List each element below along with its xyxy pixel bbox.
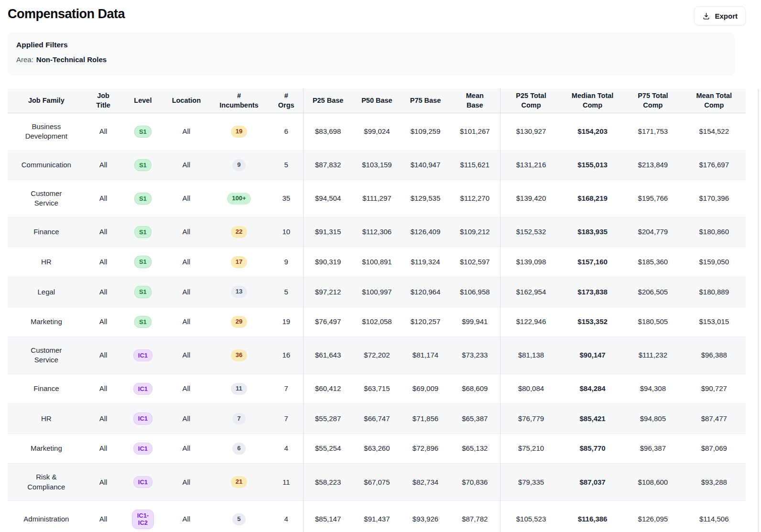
cell-incumbents: 13 xyxy=(208,277,269,307)
cell-mean_base: $102,597 xyxy=(450,247,500,277)
incumbent-count-badge: 19 xyxy=(231,126,247,138)
cell-value: All xyxy=(183,444,191,452)
cell-value: All xyxy=(183,317,191,326)
cell-p25_base: $87,832 xyxy=(303,150,352,180)
filter-area-value: Non-Technical Roles xyxy=(36,55,107,64)
cell-job_title: All xyxy=(85,113,122,151)
column-header-p25_base: P25 Base xyxy=(303,88,352,113)
table-row: Customer ServiceAllS1All100+35$94,504$11… xyxy=(8,180,746,217)
cell-value: $114,506 xyxy=(699,515,728,523)
cell-p25_total: $131,216 xyxy=(500,150,562,180)
column-header-p75_base: P75 Base xyxy=(401,88,449,113)
cell-value: $153,015 xyxy=(699,317,729,326)
cell-value: $65,132 xyxy=(462,444,488,452)
cell-job_title: All xyxy=(85,434,122,464)
vertical-scrollbar[interactable] xyxy=(758,89,759,532)
cell-orgs: 11 xyxy=(270,464,304,501)
incumbent-count-badge: 21 xyxy=(231,476,247,488)
cell-value: All xyxy=(99,288,108,296)
cell-incumbents: 6 xyxy=(208,434,269,464)
level-pill: S1 xyxy=(134,286,152,298)
cell-median_total: $90,147 xyxy=(562,337,623,374)
cell-value: $139,420 xyxy=(516,194,546,202)
cell-p75_total: $195,766 xyxy=(623,180,682,217)
cell-value: $115,621 xyxy=(460,161,489,169)
cell-location: All xyxy=(164,150,208,180)
cell-value: $130,927 xyxy=(516,127,546,135)
cell-p75_base: $129,535 xyxy=(401,180,449,217)
job-family-label: Finance xyxy=(33,227,59,237)
cell-p50_base: $63,260 xyxy=(352,434,401,464)
cell-p25_total: $162,954 xyxy=(500,277,562,307)
table-row: Customer ServiceAllIC1All3616$61,643$72,… xyxy=(8,337,746,374)
level-pill: IC1 xyxy=(133,476,152,489)
cell-p75_total: $185,360 xyxy=(623,247,682,277)
cell-level: S1 xyxy=(121,217,164,247)
cell-value: $195,766 xyxy=(638,194,668,202)
cell-value: 4 xyxy=(284,444,288,452)
cell-value: All xyxy=(183,161,191,169)
cell-p75_base: $109,259 xyxy=(401,113,449,151)
cell-median_total: $154,203 xyxy=(562,113,623,151)
cell-value: $69,009 xyxy=(413,384,438,392)
cell-location: All xyxy=(164,374,208,404)
cell-value: 5 xyxy=(284,288,288,296)
cell-median_total: $116,386 xyxy=(562,500,623,532)
cell-value: $102,597 xyxy=(460,258,490,266)
cell-job_title: All xyxy=(85,180,122,217)
job-family-label: Finance xyxy=(33,384,59,393)
cell-value: All xyxy=(183,414,191,423)
cell-mean_total: $180,860 xyxy=(683,217,746,247)
table-row: FinanceAllIC1All117$60,412$63,715$69,009… xyxy=(8,374,746,404)
cell-p50_base: $67,075 xyxy=(352,464,401,501)
cell-mean_total: $154,522 xyxy=(683,113,746,151)
cell-p50_base: $66,747 xyxy=(352,404,401,434)
cell-value: All xyxy=(99,478,108,486)
column-header-label: Mean Total Comp xyxy=(696,91,732,110)
cell-value: $206,505 xyxy=(638,288,668,296)
cell-median_total: $155,013 xyxy=(562,150,623,180)
cell-level: IC1 xyxy=(121,464,164,501)
column-header-label: Median Total Comp xyxy=(572,91,614,110)
cell-median_total: $153,352 xyxy=(562,307,623,337)
job-family-label: Customer Service xyxy=(20,189,73,208)
job-family-label: Administration xyxy=(23,514,69,524)
cell-value: $91,315 xyxy=(315,228,341,236)
cell-p75_base: $71,856 xyxy=(401,404,449,434)
cell-job_family: Administration xyxy=(8,500,85,532)
column-header-label: P50 Base xyxy=(361,96,392,106)
cell-p25_base: $61,643 xyxy=(303,337,352,374)
table-row: FinanceAllS1All2210$91,315$112,306$126,4… xyxy=(8,217,746,247)
cell-mean_total: $90,727 xyxy=(683,374,746,404)
cell-value: $81,138 xyxy=(518,351,544,359)
cell-orgs: 7 xyxy=(270,404,304,434)
cell-p75_base: $82,734 xyxy=(401,464,449,501)
column-header-label: P25 Total Comp xyxy=(516,91,546,110)
cell-value: $55,287 xyxy=(315,414,341,423)
cell-value: $94,504 xyxy=(315,194,341,202)
cell-value: $94,805 xyxy=(640,414,666,423)
cell-p50_base: $63,715 xyxy=(352,374,401,404)
cell-job_title: All xyxy=(85,464,122,501)
export-button[interactable]: Export xyxy=(694,6,746,25)
cell-value: $81,174 xyxy=(413,351,438,359)
job-family-label: Marketing xyxy=(31,317,62,326)
cell-value: All xyxy=(99,317,108,326)
incumbent-count-badge: 22 xyxy=(231,226,247,238)
cell-value: 5 xyxy=(284,161,288,169)
cell-value: $99,941 xyxy=(462,317,488,326)
cell-value: $185,360 xyxy=(638,258,668,266)
level-pill: IC1-IC2 xyxy=(132,510,154,529)
cell-value: $80,084 xyxy=(518,384,544,392)
cell-value: $112,306 xyxy=(362,228,391,236)
compensation-table: Job FamilyJob TitleLevelLocation# Incumb… xyxy=(8,88,746,532)
cell-value: $180,889 xyxy=(699,288,729,296)
column-header-median_total: Median Total Comp xyxy=(562,88,623,113)
cell-mean_total: $114,506 xyxy=(683,500,746,532)
cell-p75_base: $120,964 xyxy=(401,277,449,307)
cell-job_title: All xyxy=(85,307,122,337)
cell-location: All xyxy=(164,217,208,247)
cell-location: All xyxy=(164,337,208,374)
cell-value: 19 xyxy=(282,317,290,326)
cell-level: S1 xyxy=(121,113,164,151)
